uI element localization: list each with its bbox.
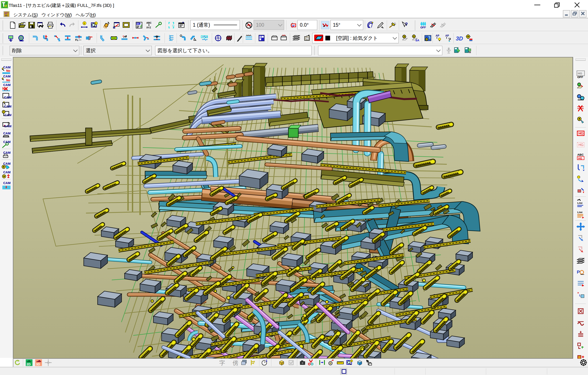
svg-text:1: 1 bbox=[266, 359, 267, 362]
svg-text:CAM: CAM bbox=[3, 65, 10, 69]
svg-text:a: a bbox=[4, 3, 7, 8]
svg-text:3D: 3D bbox=[36, 363, 40, 366]
svg-text:CAM: CAM bbox=[4, 124, 11, 128]
svg-text:HG: HG bbox=[578, 132, 584, 135]
svg-text:CAM: CAM bbox=[3, 181, 10, 185]
svg-text:OFF: OFF bbox=[420, 26, 426, 29]
svg-text:No: No bbox=[6, 69, 10, 73]
svg-text:HG: HG bbox=[578, 157, 582, 160]
svg-text:HG: HG bbox=[578, 72, 582, 75]
svg-text:AP: AP bbox=[445, 34, 449, 37]
svg-text:CAM: CAM bbox=[3, 75, 10, 78]
svg-text:3D: 3D bbox=[456, 35, 463, 42]
svg-text:L: L bbox=[579, 294, 581, 297]
svg-text:i: i bbox=[95, 22, 96, 25]
svg-text:CAM: CAM bbox=[4, 105, 11, 108]
svg-text:FL: FL bbox=[75, 39, 78, 42]
svg-text:CAM: CAM bbox=[3, 140, 10, 144]
svg-text:CAM: CAM bbox=[3, 162, 10, 165]
svg-text:P: P bbox=[577, 269, 580, 274]
svg-text:CAM: CAM bbox=[3, 170, 10, 174]
svg-text:i: i bbox=[351, 360, 352, 362]
svg-text:ABC: ABC bbox=[577, 153, 584, 156]
svg-text:AP: AP bbox=[436, 34, 439, 37]
svg-text:ABC: ABC bbox=[146, 21, 151, 24]
svg-text:CAM: CAM bbox=[3, 131, 10, 135]
svg-text:i: i bbox=[84, 22, 85, 25]
svg-text:ABC: ABC bbox=[137, 22, 141, 25]
svg-text:CAM: CAM bbox=[4, 113, 11, 117]
svg-text:2D: 2D bbox=[27, 363, 31, 366]
svg-text:X: X bbox=[217, 35, 219, 38]
svg-text:L/mi: L/mi bbox=[577, 211, 582, 214]
svg-text:CAM: CAM bbox=[4, 96, 11, 99]
svg-text:L/mi: L/mi bbox=[577, 202, 582, 204]
svg-text:No: No bbox=[6, 78, 10, 82]
svg-text:3D: 3D bbox=[5, 14, 7, 17]
svg-text:?: ? bbox=[405, 21, 408, 27]
svg-text:XYZ: XYZ bbox=[146, 26, 151, 29]
svg-text:CAM: CAM bbox=[3, 83, 10, 87]
svg-text:CAM: CAM bbox=[3, 151, 10, 154]
svg-text:×: × bbox=[577, 291, 579, 294]
svg-text:HG: HG bbox=[578, 143, 584, 147]
svg-text:SA: SA bbox=[415, 39, 419, 42]
svg-text:OFF: OFF bbox=[577, 75, 583, 79]
